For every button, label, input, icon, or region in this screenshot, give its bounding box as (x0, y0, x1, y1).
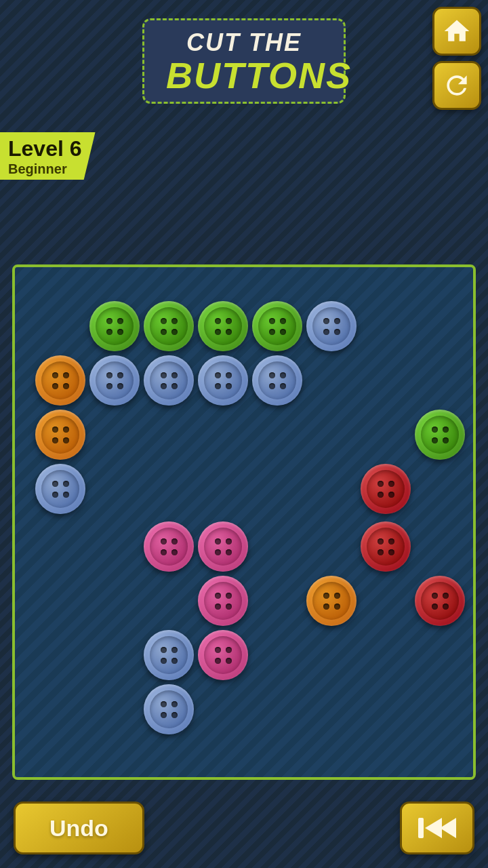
level-subtitle: Beginner (8, 161, 82, 177)
title-line2: Buttons (166, 57, 322, 94)
button-piece-1[interactable] (89, 301, 140, 351)
level-info: Level 6 Beginner (0, 132, 96, 180)
button-piece-17[interactable] (361, 521, 411, 572)
button-piece-14[interactable] (361, 464, 411, 514)
level-title: Level 6 (8, 136, 82, 161)
next-icon (418, 814, 456, 842)
refresh-button[interactable] (432, 61, 481, 110)
svg-marker-1 (425, 818, 442, 838)
button-piece-9[interactable] (198, 355, 248, 406)
button-piece-3[interactable] (198, 301, 248, 351)
button-piece-13[interactable] (35, 464, 85, 514)
button-piece-21[interactable] (144, 630, 194, 680)
button-piece-22[interactable] (198, 630, 248, 680)
button-piece-5[interactable] (306, 301, 357, 351)
next-button[interactable] (400, 802, 474, 854)
button-piece-20[interactable] (415, 576, 465, 626)
button-piece-19[interactable] (306, 576, 357, 626)
home-icon (442, 16, 472, 46)
button-piece-8[interactable] (144, 355, 194, 406)
button-piece-18[interactable] (198, 576, 248, 626)
button-piece-16[interactable] (198, 521, 248, 572)
button-piece-10[interactable] (252, 355, 302, 406)
title-line1: Cut The (166, 28, 322, 57)
button-piece-23[interactable] (144, 684, 194, 734)
top-bar: Cut The Buttons (0, 0, 488, 122)
button-piece-4[interactable] (252, 301, 302, 351)
bottom-bar: Undo (0, 802, 488, 854)
svg-rect-0 (418, 818, 424, 838)
button-piece-12[interactable] (415, 410, 465, 460)
game-board (12, 264, 476, 780)
button-piece-15[interactable] (144, 521, 194, 572)
top-icons (432, 7, 481, 110)
refresh-icon (442, 71, 472, 100)
title-box: Cut The Buttons (142, 18, 346, 104)
undo-button[interactable]: Undo (14, 802, 144, 854)
button-piece-2[interactable] (144, 301, 194, 351)
button-piece-6[interactable] (35, 355, 85, 406)
button-piece-11[interactable] (35, 410, 85, 460)
pieces-container (15, 267, 473, 777)
svg-marker-2 (440, 818, 456, 838)
home-button[interactable] (432, 7, 481, 56)
button-piece-7[interactable] (89, 355, 140, 406)
